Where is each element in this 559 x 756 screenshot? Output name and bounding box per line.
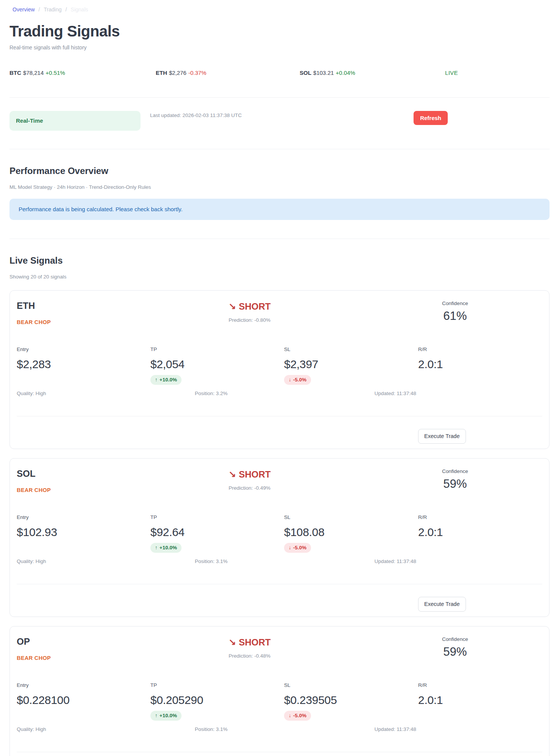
card-actions: Execute Trade [17,597,542,612]
breadcrumb-overview[interactable]: Overview [13,6,35,13]
entry-label: Entry [17,682,150,688]
signal-fields: Entry $2,283 TP $2,054 ↑+10.0% SL $2,397… [17,346,542,385]
arrow-down-right-icon: ↘ [229,301,236,312]
card-divider [17,416,542,416]
breadcrumb-trading[interactable]: Trading [44,6,62,13]
page-title: Trading Signals [9,22,550,40]
rr-field: R/R 2.0:1 [418,514,542,553]
down-arrow-icon: ↓ [289,713,291,719]
entry-field: Entry $2,283 [17,346,150,385]
entry-label: Entry [17,346,150,353]
card-divider [17,584,542,584]
direction-block: ↘SHORT Prediction: -0.48% [229,637,271,659]
confidence-label: Confidence [442,468,468,474]
quality-text: Quality: High [17,726,195,732]
breadcrumb-separator: / [65,6,67,13]
ticker-eth: ETH$2,276-0.37% [156,70,300,76]
tp-value: $92.64 [150,525,284,539]
direction-label: ↘SHORT [229,301,271,312]
sl-label: SL [284,682,418,688]
tp-field: TP $2,054 ↑+10.0% [150,346,284,385]
tp-field: TP $92.64 ↑+10.0% [150,514,284,553]
direction-label: ↘SHORT [229,469,271,480]
sl-change-text: -5.0% [293,545,306,551]
rr-value: 2.0:1 [418,525,542,539]
up-arrow-icon: ↑ [155,545,158,551]
tp-field: TP $0.205290 ↑+10.0% [150,682,284,721]
signal-card-header: SOL BEAR CHOP ↘SHORT Prediction: -0.49% … [17,468,542,503]
signal-meta: Quality: High Position: 3.1% Updated: 11… [17,558,542,565]
signal-card-list: ETH BEAR CHOP ↘SHORT Prediction: -0.80% … [9,290,550,756]
updated-text: Updated: 11:37:48 [374,391,542,397]
performance-section: Performance Overview ML Model Strategy ·… [9,165,550,220]
sl-value: $0.239505 [284,693,418,707]
signal-card: OP BEAR CHOP ↘SHORT Prediction: -0.48% C… [9,626,550,756]
performance-title: Performance Overview [9,165,550,177]
page: Overview / Trading / Signals Trading Sig… [0,0,559,756]
signal-fields: Entry $102.93 TP $92.64 ↑+10.0% SL $108.… [17,514,542,553]
live-signals-section: Live Signals Showing 20 of 20 signals ET… [9,255,550,756]
rr-field: R/R 2.0:1 [418,682,542,721]
sl-value: $108.08 [284,525,418,539]
rr-value: 2.0:1 [418,693,542,707]
ticker-price: $78,214 [23,70,44,76]
divider [9,149,550,149]
signal-card: SOL BEAR CHOP ↘SHORT Prediction: -0.49% … [9,458,550,617]
position-text: Position: 3.1% [195,726,374,732]
quality-text: Quality: High [17,558,195,565]
entry-field: Entry $102.93 [17,514,150,553]
sl-field: SL $108.08 ↓-5.0% [284,514,418,553]
sl-label: SL [284,514,418,520]
arrow-down-right-icon: ↘ [229,637,236,647]
sl-field: SL $0.239505 ↓-5.0% [284,682,418,721]
performance-subtitle: ML Model Strategy · 24h Horizon · Trend-… [9,184,550,190]
rr-field: R/R 2.0:1 [418,346,542,385]
down-arrow-icon: ↓ [289,545,291,551]
tp-label: TP [150,346,284,353]
direction-block: ↘SHORT Prediction: -0.49% [229,469,271,491]
up-arrow-icon: ↑ [155,713,158,719]
sl-field: SL $2,397 ↓-5.0% [284,346,418,385]
tp-label: TP [150,514,284,520]
signal-card-header: OP BEAR CHOP ↘SHORT Prediction: -0.48% C… [17,636,542,671]
ticker-change: +0.04% [336,70,355,76]
position-text: Position: 3.2% [195,391,374,397]
ticker-symbol: SOL [300,70,311,76]
direction-label: ↘SHORT [229,637,271,648]
signal-fields: Entry $0.228100 TP $0.205290 ↑+10.0% SL … [17,682,542,721]
ticker-symbol: ETH [156,70,167,76]
card-divider [17,752,542,752]
sl-label: SL [284,346,418,353]
live-status-badge: LIVE [445,70,550,76]
toolbar: Real-Time Last updated: 2026-02-03 11:37… [9,111,550,131]
page-subtitle: Real-time signals with full history [9,44,550,51]
signal-meta: Quality: High Position: 3.1% Updated: 11… [17,726,542,732]
tp-change-text: +10.0% [159,377,177,383]
up-arrow-icon: ↑ [155,377,158,383]
refresh-button[interactable]: Refresh [414,111,448,125]
entry-value: $0.228100 [17,693,150,707]
tp-value: $0.205290 [150,693,284,707]
down-arrow-icon: ↓ [289,377,291,383]
confidence-value: 61% [442,310,468,323]
sl-change-text: -5.0% [293,713,306,719]
updated-text: Updated: 11:37:48 [374,726,542,732]
prediction-text: Prediction: -0.48% [229,653,271,659]
rr-label: R/R [418,682,542,688]
position-text: Position: 3.1% [195,558,374,565]
rr-label: R/R [418,514,542,520]
rr-value: 2.0:1 [418,357,542,371]
execute-trade-button[interactable]: Execute Trade [418,597,466,612]
confidence-label: Confidence [442,301,468,307]
confidence-label: Confidence [442,636,468,642]
live-signals-title: Live Signals [9,255,550,266]
direction-block: ↘SHORT Prediction: -0.80% [229,301,271,323]
sl-change-text: -5.0% [293,377,306,383]
execute-trade-button[interactable]: Execute Trade [418,429,466,444]
signal-meta: Quality: High Position: 3.2% Updated: 11… [17,391,542,397]
entry-label: Entry [17,514,150,520]
breadcrumb-separator: / [38,6,40,13]
breadcrumb-signals: Signals [71,6,88,13]
ticker-change: -0.37% [188,70,207,76]
confidence-value: 59% [442,478,468,490]
